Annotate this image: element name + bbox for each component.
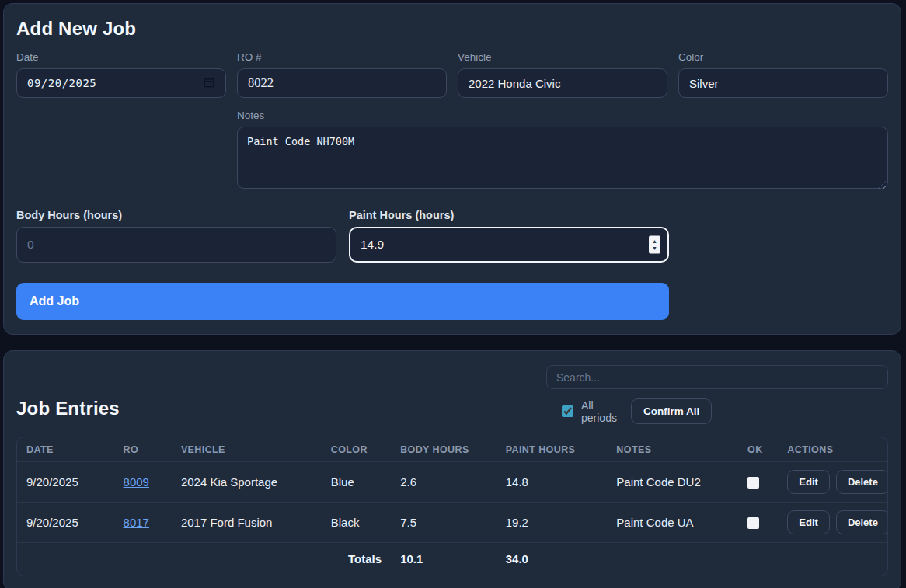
calendar-icon[interactable] bbox=[203, 76, 215, 91]
paint-hours-group: Paint Hours (hours) ▲▼ bbox=[349, 209, 669, 263]
table-row: 9/20/202580092024 Kia SportageBlue2.614.… bbox=[17, 462, 887, 503]
job-entries-title: Job Entries bbox=[16, 398, 120, 419]
date-value: 09/20/2025 bbox=[27, 77, 96, 89]
delete-button[interactable]: Delete bbox=[836, 470, 888, 494]
totals-spacer-vehicle bbox=[172, 543, 322, 576]
notes-spacer bbox=[16, 110, 226, 192]
cell-notes: Paint Code UA bbox=[607, 503, 738, 543]
entries-controls: All periods Confirm All bbox=[546, 365, 888, 424]
vehicle-field-group: Vehicle bbox=[458, 51, 667, 98]
totals-spacer-date bbox=[17, 543, 114, 576]
column-header-actions: Actions bbox=[778, 437, 887, 462]
search-input[interactable] bbox=[546, 365, 888, 389]
periods-row: All periods Confirm All bbox=[562, 398, 888, 424]
edit-button[interactable]: Edit bbox=[787, 510, 830, 534]
delete-button[interactable]: Delete bbox=[836, 510, 888, 534]
totals-spacer-notes bbox=[607, 543, 738, 576]
form-row-3: Body Hours (hours) Paint Hours (hours) ▲… bbox=[16, 209, 669, 263]
number-spinner-icon[interactable]: ▲▼ bbox=[649, 236, 660, 254]
job-table: DateROVehicleColorBody HoursPaint HoursN… bbox=[16, 437, 888, 576]
body-hours-input[interactable] bbox=[16, 227, 336, 263]
cell-vehicle: 2017 Ford Fusion bbox=[172, 503, 322, 543]
cell-body-hours: 7.5 bbox=[391, 503, 497, 543]
form-row-2: Notes Paint Code NH700M bbox=[16, 110, 888, 192]
cell-color: Blue bbox=[322, 462, 391, 503]
cell-notes: Paint Code DU2 bbox=[607, 462, 738, 503]
all-periods-checkbox[interactable] bbox=[562, 405, 573, 417]
color-field-group: Color bbox=[678, 51, 888, 98]
column-header-color: Color bbox=[322, 437, 391, 462]
notes-textarea[interactable]: Paint Code NH700M bbox=[237, 127, 888, 189]
totals-label: Totals bbox=[322, 543, 391, 576]
body-hours-group: Body Hours (hours) bbox=[16, 209, 336, 263]
date-field-group: Date 09/20/2025 bbox=[16, 51, 226, 98]
add-new-job-card: Add New Job Date 09/20/2025 RO # bbox=[3, 3, 901, 335]
cell-actions: EditDelete bbox=[778, 462, 887, 503]
job-table-body: 9/20/202580092024 Kia SportageBlue2.614.… bbox=[17, 462, 887, 576]
totals-spacer-ro bbox=[114, 543, 172, 576]
cell-paint-hours: 19.2 bbox=[497, 503, 608, 543]
cell-paint-hours: 14.8 bbox=[497, 462, 608, 503]
date-label: Date bbox=[16, 51, 226, 63]
cell-date: 9/20/2025 bbox=[17, 503, 114, 543]
cell-ro: 8017 bbox=[114, 503, 172, 543]
cell-body-hours: 2.6 bbox=[391, 462, 497, 503]
cell-ok bbox=[738, 462, 778, 503]
confirm-all-button[interactable]: Confirm All bbox=[631, 398, 712, 424]
cell-date: 9/20/2025 bbox=[17, 462, 114, 503]
column-header-vehicle: Vehicle bbox=[172, 437, 322, 462]
cell-actions: EditDelete bbox=[778, 503, 887, 543]
job-entries-card: Job Entries All periods Confirm All Date… bbox=[3, 350, 901, 588]
cell-color: Black bbox=[322, 503, 391, 543]
cell-ro: 8009 bbox=[114, 462, 172, 503]
all-periods-label: All periods bbox=[581, 399, 623, 424]
table-row: 9/20/202580172017 Ford FusionBlack7.519.… bbox=[17, 503, 887, 543]
add-new-job-title: Add New Job bbox=[16, 18, 888, 40]
body-hours-label: Body Hours (hours) bbox=[16, 209, 336, 221]
vehicle-label: Vehicle bbox=[458, 51, 667, 63]
vehicle-input[interactable] bbox=[458, 68, 667, 98]
add-job-button[interactable]: Add Job bbox=[16, 283, 669, 320]
column-header-body-hours: Body Hours bbox=[391, 437, 497, 462]
ro-input[interactable] bbox=[237, 68, 447, 98]
color-label: Color bbox=[678, 51, 888, 63]
notes-label: Notes bbox=[237, 110, 888, 121]
totals-spacer-ok bbox=[738, 543, 778, 576]
ok-checkbox[interactable] bbox=[747, 517, 759, 529]
totals-row: Totals10.134.0 bbox=[17, 543, 887, 576]
job-entries-header: Job Entries All periods Confirm All bbox=[16, 365, 888, 424]
ro-link[interactable]: 8017 bbox=[124, 516, 149, 529]
totals-paint-hours: 34.0 bbox=[497, 543, 608, 576]
cell-ok bbox=[738, 503, 778, 543]
totals-spacer-actions bbox=[778, 543, 887, 576]
ro-label: RO # bbox=[237, 51, 447, 63]
table-header-row: DateROVehicleColorBody HoursPaint HoursN… bbox=[17, 437, 887, 462]
paint-hours-label: Paint Hours (hours) bbox=[349, 209, 669, 221]
ro-link[interactable]: 8009 bbox=[124, 475, 149, 489]
form-row-1: Date 09/20/2025 RO # Vehicle bbox=[16, 51, 888, 98]
column-header-ok: OK bbox=[738, 437, 778, 462]
column-header-notes: Notes bbox=[607, 437, 738, 462]
date-input[interactable]: 09/20/2025 bbox=[16, 68, 226, 98]
column-header-date: Date bbox=[17, 437, 114, 462]
column-header-ro: RO bbox=[114, 437, 172, 462]
ro-field-group: RO # bbox=[237, 51, 447, 98]
edit-button[interactable]: Edit bbox=[787, 470, 830, 494]
paint-hours-input[interactable] bbox=[349, 227, 669, 263]
cell-vehicle: 2024 Kia Sportage bbox=[172, 462, 322, 503]
notes-field-group: Notes Paint Code NH700M bbox=[237, 110, 888, 192]
color-input[interactable] bbox=[678, 68, 888, 98]
totals-body-hours: 10.1 bbox=[391, 543, 497, 576]
column-header-paint-hours: Paint Hours bbox=[497, 437, 608, 462]
ok-checkbox[interactable] bbox=[747, 477, 759, 489]
